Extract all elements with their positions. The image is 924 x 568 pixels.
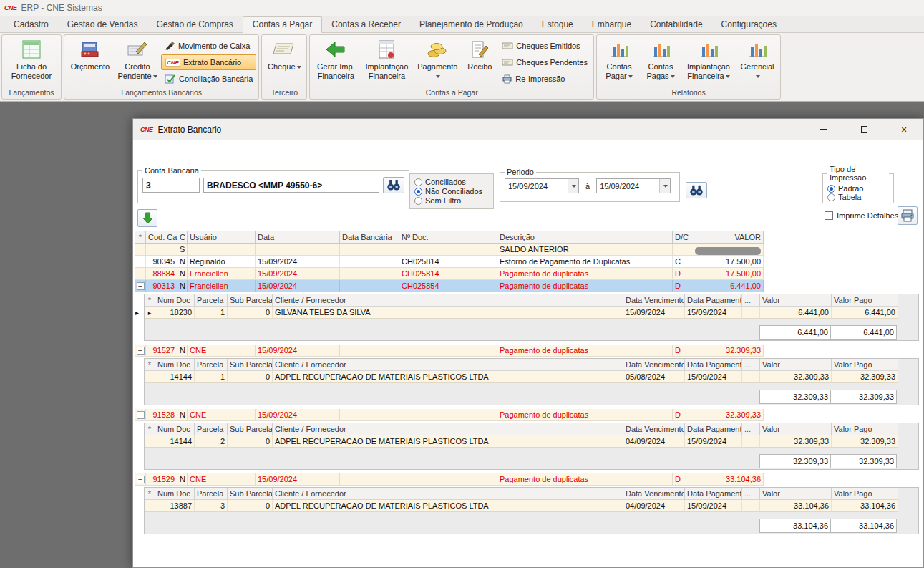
collapse-button[interactable]: −	[137, 411, 145, 419]
detail-row-14144-2[interactable]: 14144 2 0 ADPEL RECUPERACAO DE MATERIAIS…	[145, 435, 898, 448]
grid-row-90345[interactable]: 90345 N Reginaldo 15/09/2024 CH025814 Es…	[135, 256, 764, 268]
tab-configuracoes[interactable]: Configurações	[712, 17, 786, 32]
conta-search-button[interactable]	[383, 177, 404, 193]
minimize-button[interactable]	[817, 123, 830, 136]
column-header-data-vencimento[interactable]: Data Vencimento	[623, 294, 685, 306]
column-header-valor[interactable]: Valor	[760, 488, 832, 499]
data-fim-combo[interactable]: 15/09/2024	[596, 178, 671, 193]
column-header-valor[interactable]: Valor	[760, 423, 832, 435]
column-header-parcela[interactable]: Parcela	[195, 423, 228, 435]
column-header-more[interactable]: ...	[742, 423, 760, 435]
orcamento-button[interactable]: Orçamento	[67, 37, 114, 87]
relatorio-contas-pagar-button[interactable]: Contas Pagar	[599, 37, 639, 87]
column-header-no-doc[interactable]: Nº Doc.	[399, 231, 497, 243]
column-header-cod-caixa[interactable]: Cod. Caixa	[146, 231, 177, 243]
grid-row-91528[interactable]: − 91528 N CNE 15/09/2024 Pagamento de du…	[135, 409, 764, 421]
grid-row-91527[interactable]: − 91527 N CNE 15/09/2024 Pagamento de du…	[135, 345, 764, 357]
cheques-pendentes-button[interactable]: Cheques Pendentes	[498, 54, 591, 70]
relatorio-contas-pagas-button[interactable]: Contas Pagas	[641, 37, 681, 87]
relatorio-gerencial-button[interactable]: Gerencial	[736, 37, 778, 87]
column-header-valor-pago[interactable]: Valor Pago	[832, 359, 898, 370]
cheques-emitidos-button[interactable]: Cheques Emitidos	[498, 38, 591, 54]
column-header-data-pagamento[interactable]: Data Pagamento	[685, 294, 742, 306]
radio-tabela[interactable]: Tabela	[827, 193, 889, 201]
column-header-valor[interactable]: Valor	[760, 294, 832, 306]
column-header-parcela[interactable]: Parcela	[195, 488, 228, 499]
collapse-button[interactable]: −	[137, 282, 145, 290]
conta-codigo-input[interactable]	[142, 178, 200, 193]
column-header-dc[interactable]: D/C	[673, 231, 689, 243]
column-header-cliente-fornecedor[interactable]: Cliente / Fornecedor	[273, 294, 623, 306]
tab-cadastro[interactable]: Cadastro	[4, 17, 58, 32]
recibo-button[interactable]: Recibo	[462, 37, 497, 87]
column-header-descricao[interactable]: Descrição	[497, 231, 673, 243]
extrato-bancario-button[interactable]: CNE Extrato Bancário	[161, 54, 256, 70]
tab-estoque[interactable]: Estoque	[532, 17, 583, 32]
column-header-valor[interactable]: Valor	[760, 359, 832, 370]
implantacao-financeira-button[interactable]: Implantação Financeira	[361, 37, 412, 87]
tab-gestao-de-vendas[interactable]: Gestão de Vendas	[58, 17, 147, 32]
column-header-valor-pago[interactable]: Valor Pago	[832, 423, 898, 435]
grid-row-88884[interactable]: 88884 N Franciellen 15/09/2024 CH025814 …	[135, 268, 764, 280]
column-header-c[interactable]: C	[177, 231, 188, 243]
collapse-button[interactable]: −	[137, 476, 145, 483]
ficha-do-fornecedor-button[interactable]: Ficha do Fornecedor	[4, 37, 59, 87]
re-impressao-button[interactable]: Re-Impressão	[498, 71, 591, 87]
credito-pendente-button[interactable]: Crédito Pendente	[115, 37, 160, 87]
detail-row-14144-1[interactable]: 14144 1 0 ADPEL RECUPERACAO DE MATERIAIS…	[145, 371, 898, 383]
column-header-parcela[interactable]: Parcela	[195, 359, 228, 370]
collapse-button[interactable]: −	[137, 347, 145, 355]
column-header-valor-pago[interactable]: Valor Pago	[832, 488, 898, 499]
column-header-data-pagamento[interactable]: Data Pagamento	[685, 488, 742, 499]
column-header-data-bancaria[interactable]: Data Bancária	[340, 231, 399, 243]
column-header-cliente-fornecedor[interactable]: Cliente / Fornecedor	[273, 423, 623, 435]
tab-planejamento-de-producao[interactable]: Planejamento de Produção	[410, 17, 532, 32]
tab-embarque[interactable]: Embarque	[583, 17, 641, 32]
radio-nao-conciliados[interactable]: Não Conciliados	[414, 187, 489, 196]
window-titlebar[interactable]: CNE Extrato Bancario ×	[133, 119, 923, 140]
column-header-sub-parcela[interactable]: Sub Parcela	[228, 359, 273, 370]
conta-banco-input[interactable]	[203, 178, 379, 193]
close-button[interactable]: ×	[898, 123, 910, 136]
column-header-sub-parcela[interactable]: Sub Parcela	[228, 294, 273, 306]
column-header-num-doc[interactable]: Num Doc	[155, 423, 195, 435]
column-header-sub-parcela[interactable]: Sub Parcela	[228, 488, 273, 499]
saldo-anterior-row[interactable]: S SALDO ANTERIOR	[135, 244, 764, 256]
load-extrato-button[interactable]	[137, 209, 157, 227]
print-button[interactable]	[898, 206, 918, 225]
column-header-parcela[interactable]: Parcela	[195, 294, 228, 306]
column-header-data-vencimento[interactable]: Data Vencimento	[623, 359, 685, 370]
maximize-button[interactable]	[857, 123, 870, 136]
tab-contabilidade[interactable]: Contabilidade	[641, 17, 711, 32]
radio-conciliados[interactable]: Conciliados	[414, 178, 489, 186]
dropdown-arrow-icon[interactable]	[659, 179, 670, 193]
dropdown-arrow-icon[interactable]	[568, 179, 578, 193]
cheque-button[interactable]: Cheque	[264, 37, 304, 87]
column-header-data-pagamento[interactable]: Data Pagamento	[685, 423, 742, 435]
column-header-usuario[interactable]: Usuário	[188, 231, 256, 243]
detail-row-13887[interactable]: 13887 3 0 ADPEL RECUPERACAO DE MATERIAIS…	[145, 500, 898, 512]
column-header-data-pagamento[interactable]: Data Pagamento	[685, 359, 742, 370]
data-inicio-combo[interactable]: 15/09/2024	[505, 178, 579, 193]
column-header-data-vencimento[interactable]: Data Vencimento	[623, 423, 685, 435]
column-header-more[interactable]: ...	[742, 294, 760, 306]
column-header-valor[interactable]: VALOR	[689, 231, 764, 243]
column-header-num-doc[interactable]: Num Doc	[155, 488, 195, 499]
movimento-de-caixa-button[interactable]: Movimento de Caixa	[161, 38, 256, 54]
radio-sem-filtro[interactable]: Sem Filtro	[414, 196, 489, 205]
column-header-num-doc[interactable]: Num Doc	[155, 294, 195, 306]
tab-contas-a-pagar[interactable]: Contas à Pagar	[243, 16, 322, 33]
column-header-num-doc[interactable]: Num Doc	[155, 359, 195, 370]
column-header-valor-pago[interactable]: Valor Pago	[832, 294, 898, 306]
column-header-data[interactable]: Data	[256, 231, 340, 243]
grid-row-91529[interactable]: − 91529 N CNE 15/09/2024 Pagamento de du…	[135, 473, 764, 486]
column-header-sub-parcela[interactable]: Sub Parcela	[228, 423, 273, 435]
detail-row-18230[interactable]: ▸ 18230 1 0 GILVANA TELES DA SILVA 15/09…	[145, 307, 898, 319]
pagamento-button[interactable]: Pagamento	[414, 37, 461, 87]
grid-row-90313[interactable]: − 90313 N Franciellen 15/09/2024 CH02585…	[135, 280, 764, 292]
periodo-search-button[interactable]	[686, 182, 707, 198]
relatorio-implantacao-financeira-button[interactable]: Implantação Financeira	[682, 37, 735, 87]
radio-padrao[interactable]: Padrão	[827, 184, 889, 193]
column-header-more[interactable]: ...	[742, 488, 760, 499]
column-header-more[interactable]: ...	[742, 359, 760, 370]
